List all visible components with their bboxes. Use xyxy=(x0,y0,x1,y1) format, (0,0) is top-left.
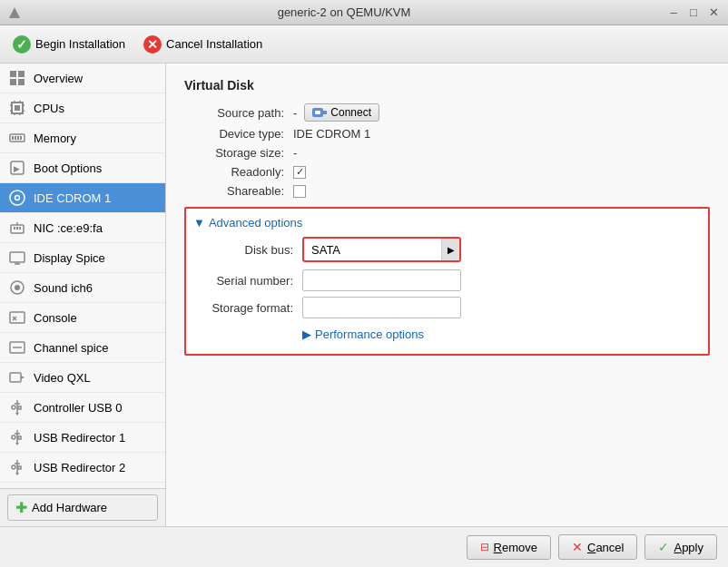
cancel-label: Cancel xyxy=(587,541,624,554)
add-hardware-button[interactable]: ✚ Add Hardware xyxy=(7,494,158,521)
advanced-options-toggle[interactable]: ▼ Advanced options xyxy=(193,216,302,230)
sidebar-item-channel-spice[interactable]: Channel spice xyxy=(0,333,165,363)
remove-button[interactable]: ⊟ Remove xyxy=(467,535,551,560)
sidebar-item-display-spice[interactable]: Display Spice xyxy=(0,243,165,273)
serial-number-row: Serial number: xyxy=(193,269,701,291)
sidebar-label-usb-redirector-1: USB Redirector 1 xyxy=(34,431,125,445)
cancel-button[interactable]: ✕ Cancel xyxy=(558,534,637,560)
console-icon xyxy=(7,308,27,327)
sidebar-label-memory: Memory xyxy=(34,132,76,145)
svg-rect-39 xyxy=(10,373,21,382)
storage-size-row: Storage size: - xyxy=(184,146,710,160)
sidebar-item-controller-usb-0[interactable]: Controller USB 0 xyxy=(0,393,165,423)
begin-installation-button[interactable]: ✓ Begin Installation xyxy=(7,33,131,56)
apply-label: Apply xyxy=(674,541,703,554)
disk-bus-row: Disk bus: SATA ▶ xyxy=(193,237,701,262)
shareable-row: Shareable: xyxy=(184,184,710,198)
svg-rect-44 xyxy=(18,406,21,409)
remove-label: Remove xyxy=(494,541,537,554)
source-path-value: - xyxy=(293,106,297,120)
svg-marker-50 xyxy=(15,443,19,445)
sidebar-item-ide-cdrom-1[interactable]: IDE CDROM 1 xyxy=(0,183,165,213)
connect-button[interactable]: Connect xyxy=(304,103,379,122)
serial-number-label: Serial number: xyxy=(193,274,302,288)
close-button[interactable]: ✕ xyxy=(706,5,721,20)
main-area: Overview CPUs xyxy=(0,64,728,526)
performance-options-toggle[interactable]: ▶ Performance options xyxy=(302,327,424,341)
svg-rect-58 xyxy=(323,111,327,114)
cancel-installation-button[interactable]: ✕ Cancel Installation xyxy=(138,33,268,56)
window-title: generic-2 on QEMU/KVM xyxy=(22,5,666,19)
video-icon xyxy=(7,367,27,387)
channel-icon xyxy=(7,337,27,357)
svg-rect-16 xyxy=(12,136,14,140)
svg-rect-6 xyxy=(15,105,20,111)
apply-button[interactable]: ✓ Apply xyxy=(644,534,717,560)
boot-icon: ▶ xyxy=(7,158,27,178)
disk-bus-arrow[interactable]: ▶ xyxy=(441,239,459,260)
svg-rect-49 xyxy=(18,436,21,439)
usb-redir-icon xyxy=(7,427,27,447)
sidebar: Overview CPUs xyxy=(0,64,166,526)
sidebar-item-memory[interactable]: Memory xyxy=(0,123,165,153)
connect-icon xyxy=(312,106,327,119)
shareable-checkbox[interactable] xyxy=(293,185,306,198)
sidebar-label-controller-usb-0: Controller USB 0 xyxy=(34,401,123,415)
device-type-row: Device type: IDE CDROM 1 xyxy=(184,127,710,141)
sidebar-item-cpus[interactable]: CPUs xyxy=(0,93,165,123)
advanced-options-label: Advanced options xyxy=(209,216,302,230)
sidebar-item-console[interactable]: Console xyxy=(0,303,165,333)
x-icon: ✕ xyxy=(143,35,162,54)
svg-rect-4 xyxy=(18,79,25,85)
minimize-button[interactable]: – xyxy=(666,5,681,20)
window-controls: – □ ✕ xyxy=(666,5,721,20)
overview-icon xyxy=(7,68,27,88)
sidebar-label-console: Console xyxy=(34,311,77,325)
sidebar-label-usb-redirector-2: USB Redirector 2 xyxy=(34,461,125,474)
sidebar-item-overview[interactable]: Overview xyxy=(0,64,165,93)
svg-rect-34 xyxy=(10,312,25,323)
svg-point-43 xyxy=(12,406,15,409)
check-icon: ✓ xyxy=(13,35,31,54)
source-path-label: Source path: xyxy=(184,106,293,120)
shareable-label: Shareable: xyxy=(184,184,293,198)
source-path-row: Source path: - Connect xyxy=(184,103,710,122)
sidebar-item-video-qxl[interactable]: Video QXL xyxy=(0,363,165,393)
usb-icon xyxy=(7,397,27,417)
disk-bus-value: SATA xyxy=(304,240,441,259)
svg-point-53 xyxy=(12,465,15,469)
svg-point-22 xyxy=(10,191,25,205)
sidebar-item-boot-options[interactable]: ▶ Boot Options xyxy=(0,153,165,183)
maximize-button[interactable]: □ xyxy=(686,5,701,20)
svg-marker-0 xyxy=(9,7,20,18)
cdrom-icon xyxy=(7,188,27,208)
svg-rect-57 xyxy=(315,111,320,114)
begin-installation-label: Begin Installation xyxy=(35,37,125,51)
usb-redir2-icon xyxy=(7,457,27,477)
sidebar-item-nic[interactable]: NIC :ce:e9:fa xyxy=(0,213,165,243)
svg-rect-3 xyxy=(10,79,16,85)
svg-marker-55 xyxy=(15,473,19,475)
svg-text:▶: ▶ xyxy=(14,164,20,173)
serial-number-input[interactable] xyxy=(302,269,461,291)
svg-rect-18 xyxy=(17,136,19,140)
disk-bus-select[interactable]: SATA ▶ xyxy=(302,237,461,262)
sidebar-item-usb-redirector-2[interactable]: USB Redirector 2 xyxy=(0,453,165,483)
triangle-right-icon: ▶ xyxy=(302,327,311,341)
sidebar-item-sound-ich6[interactable]: Sound ich6 xyxy=(0,273,165,303)
sound-icon xyxy=(7,278,27,298)
sidebar-item-usb-redirector-1[interactable]: USB Redirector 1 xyxy=(0,423,165,453)
svg-rect-26 xyxy=(16,227,18,230)
svg-marker-45 xyxy=(15,413,19,415)
plus-icon: ✚ xyxy=(15,499,27,516)
sidebar-label-overview: Overview xyxy=(34,72,83,85)
section-title: Virtual Disk xyxy=(184,78,710,93)
storage-format-input[interactable] xyxy=(302,297,461,318)
storage-size-value: - xyxy=(293,146,297,160)
svg-rect-1 xyxy=(10,71,16,77)
display-icon xyxy=(7,248,27,268)
storage-format-label: Storage format: xyxy=(193,301,302,315)
readonly-label: Readonly: xyxy=(184,165,293,179)
readonly-row: Readonly: xyxy=(184,165,710,179)
readonly-checkbox[interactable] xyxy=(293,166,306,179)
